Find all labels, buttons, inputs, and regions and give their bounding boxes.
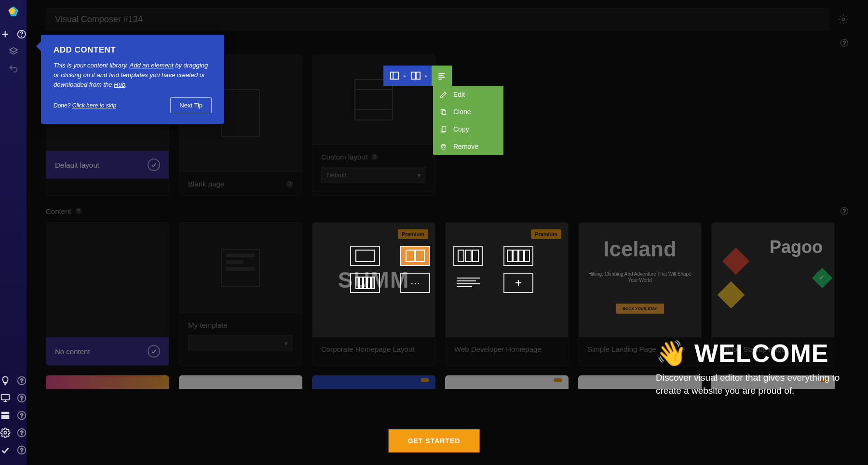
five-col-icon[interactable]	[350, 273, 380, 293]
element-toolbar: ▸ ▸	[383, 66, 452, 86]
content-label: Content	[46, 207, 71, 215]
help-icon[interactable]: ?	[371, 154, 378, 160]
menu-item-remove[interactable]: Remove	[433, 138, 503, 155]
thumb-button: BOOK YOUR STAY	[616, 304, 664, 314]
layout-single-icon[interactable]	[387, 68, 402, 83]
settings-icon[interactable]	[0, 427, 11, 438]
card-label: Custom layout	[321, 153, 367, 161]
page-title-input[interactable]	[46, 8, 829, 30]
premium-badge: Premium	[531, 229, 561, 239]
svg-text:?: ?	[20, 430, 23, 436]
template-card-no-content[interactable]: No content	[46, 222, 169, 366]
chevron-right-icon: ▸	[404, 73, 407, 79]
svg-rect-49	[519, 250, 524, 262]
add-element-link[interactable]: Add an element	[130, 62, 174, 69]
tip-body: This is your content library. Add an ele…	[54, 61, 212, 90]
decoration	[718, 281, 745, 309]
svg-rect-45	[465, 250, 471, 262]
four-col-icon[interactable]	[503, 246, 533, 266]
svg-text:?: ?	[20, 447, 23, 453]
menu-item-edit[interactable]: Edit	[433, 86, 503, 103]
svg-rect-48	[513, 250, 518, 262]
menu-label: Copy	[453, 125, 469, 133]
left-sidebar: ? ? ? ? ?	[0, 0, 27, 465]
layout-two-col-icon[interactable]	[408, 68, 423, 83]
menu-item-clone[interactable]: Clone	[433, 103, 503, 120]
template-icon	[221, 249, 260, 287]
premium-badge: Premium	[398, 229, 428, 239]
svg-rect-40	[360, 277, 363, 289]
svg-rect-34	[442, 111, 446, 115]
help-icon[interactable]	[16, 29, 27, 40]
svg-rect-46	[473, 250, 478, 262]
welcome-subtitle: Discover visual editor that gives everyt…	[656, 371, 849, 398]
card-label: Web Developer Homepage	[454, 345, 542, 353]
card-label: Corporate Homepage Layout	[321, 345, 414, 353]
gear-icon[interactable]	[838, 14, 849, 25]
help-icon[interactable]: ?	[16, 375, 27, 386]
svg-rect-42	[367, 277, 370, 289]
clone-icon	[440, 108, 448, 116]
svg-rect-13	[1, 415, 9, 419]
my-template-select[interactable]: ▾	[188, 335, 293, 351]
next-tip-button[interactable]: Next Tip	[170, 97, 212, 113]
bulb-icon[interactable]	[0, 375, 11, 386]
template-card-webdev[interactable]: Premium Web Developer Homepage	[445, 222, 569, 366]
template-card-my-template[interactable]: My template ▾	[179, 222, 302, 366]
card-label: Blank page	[188, 180, 224, 188]
edit-icon	[440, 91, 448, 98]
template-icon[interactable]	[0, 410, 11, 421]
chevron-down-icon: ▾	[418, 172, 421, 179]
template-card-peek[interactable]	[445, 375, 569, 389]
custom-layout-select[interactable]: Default ▾	[321, 167, 426, 183]
svg-rect-43	[371, 277, 374, 289]
welcome-banner: 👋 WELCOME Discover visual editor that gi…	[656, 339, 849, 398]
more-icon[interactable]: ⋯	[400, 273, 430, 293]
svg-rect-7	[1, 395, 9, 400]
svg-point-21	[842, 18, 845, 21]
check-icon[interactable]	[0, 445, 11, 455]
svg-rect-26	[391, 72, 399, 80]
svg-rect-37	[406, 250, 415, 262]
wave-emoji: 👋	[656, 339, 688, 368]
check-icon	[148, 345, 160, 358]
template-card-peek[interactable]	[312, 375, 435, 389]
text-element-icon[interactable]	[432, 66, 452, 86]
svg-rect-44	[458, 250, 464, 262]
three-col-icon[interactable]	[453, 246, 483, 266]
element-context-menu: Edit Clone Copy Remove	[433, 86, 503, 155]
help-icon[interactable]: ?	[286, 181, 293, 187]
undo-icon[interactable]	[8, 64, 19, 74]
text-block-icon[interactable]	[453, 273, 483, 293]
get-started-button[interactable]: GET STARTED	[389, 429, 480, 452]
template-card-peek[interactable]	[46, 375, 169, 389]
template-card-peek[interactable]	[179, 375, 302, 389]
two-col-icon[interactable]	[400, 246, 430, 266]
help-icon[interactable]: ?	[840, 39, 849, 47]
skip-link[interactable]: Click here to skip	[72, 102, 116, 109]
svg-rect-41	[364, 277, 366, 289]
menu-item-copy[interactable]: Copy	[433, 120, 503, 138]
help-icon[interactable]: ?	[16, 410, 27, 421]
svg-rect-38	[416, 250, 424, 262]
trash-icon	[440, 143, 448, 150]
add-element-icon[interactable]	[503, 273, 533, 293]
hub-link[interactable]: Hub	[114, 81, 125, 88]
add-icon[interactable]	[0, 29, 11, 40]
help-icon[interactable]: ?	[16, 393, 27, 403]
card-label: No content	[55, 347, 90, 356]
app-logo	[5, 4, 22, 20]
layers-icon[interactable]	[8, 46, 19, 57]
help-icon[interactable]: ?	[16, 445, 27, 455]
template-card-corporate[interactable]: SUMM Premium Corporate Homepage Layout	[312, 222, 435, 366]
chevron-right-icon: ▸	[425, 73, 428, 79]
help-icon[interactable]: ?	[840, 207, 849, 215]
help-icon[interactable]: ?	[16, 427, 27, 438]
single-col-icon[interactable]	[350, 246, 380, 266]
copy-icon	[440, 126, 448, 133]
thumb-subtitle: Hiking, Climbing And Adventure That Will…	[579, 271, 701, 283]
help-icon[interactable]: ?	[75, 208, 82, 214]
premium-badge	[421, 378, 429, 382]
svg-point-16	[4, 431, 7, 434]
desktop-icon[interactable]	[0, 393, 11, 403]
